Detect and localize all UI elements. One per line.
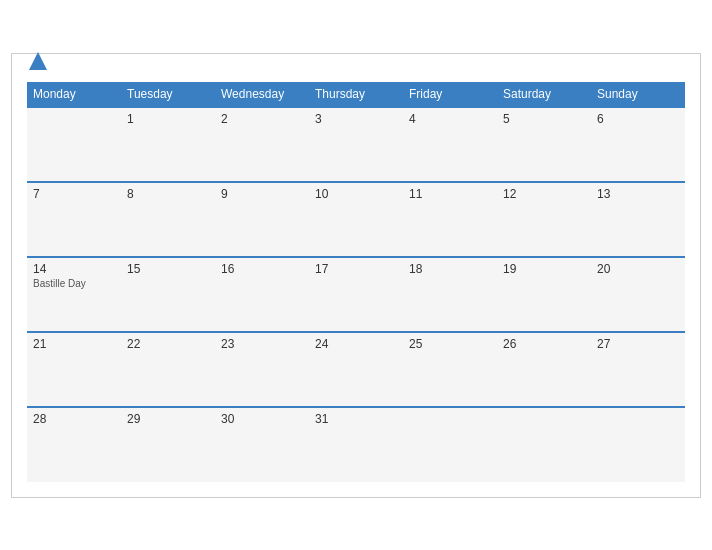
week-row-5: 28293031 — [27, 407, 685, 482]
day-number: 20 — [597, 262, 679, 276]
calendar-container: MondayTuesdayWednesdayThursdayFridaySatu… — [11, 53, 701, 498]
day-number: 23 — [221, 337, 303, 351]
calendar-cell — [403, 407, 497, 482]
calendar-cell: 25 — [403, 332, 497, 407]
day-number: 13 — [597, 187, 679, 201]
calendar-cell: 2 — [215, 107, 309, 182]
day-number: 18 — [409, 262, 491, 276]
calendar-cell — [591, 407, 685, 482]
day-number: 14 — [33, 262, 115, 276]
calendar-cell: 8 — [121, 182, 215, 257]
calendar-cell: 9 — [215, 182, 309, 257]
day-header-monday: Monday — [27, 82, 121, 107]
day-number: 19 — [503, 262, 585, 276]
calendar-cell: 22 — [121, 332, 215, 407]
day-number: 8 — [127, 187, 209, 201]
day-number: 16 — [221, 262, 303, 276]
calendar-grid: MondayTuesdayWednesdayThursdayFridaySatu… — [27, 82, 685, 482]
day-number: 5 — [503, 112, 585, 126]
day-header-sunday: Sunday — [591, 82, 685, 107]
week-row-1: 123456 — [27, 107, 685, 182]
day-number: 1 — [127, 112, 209, 126]
day-number: 7 — [33, 187, 115, 201]
day-number: 21 — [33, 337, 115, 351]
calendar-cell: 27 — [591, 332, 685, 407]
calendar-cell: 7 — [27, 182, 121, 257]
day-number: 27 — [597, 337, 679, 351]
day-number: 2 — [221, 112, 303, 126]
day-number: 31 — [315, 412, 397, 426]
day-number: 15 — [127, 262, 209, 276]
calendar-cell: 26 — [497, 332, 591, 407]
calendar-cell: 17 — [309, 257, 403, 332]
holiday-label: Bastille Day — [33, 278, 115, 289]
calendar-cell: 19 — [497, 257, 591, 332]
calendar-cell: 21 — [27, 332, 121, 407]
day-number: 30 — [221, 412, 303, 426]
day-header-wednesday: Wednesday — [215, 82, 309, 107]
logo-icon — [29, 52, 47, 70]
logo — [27, 64, 47, 70]
day-number: 6 — [597, 112, 679, 126]
day-number: 17 — [315, 262, 397, 276]
day-header-thursday: Thursday — [309, 82, 403, 107]
day-number: 11 — [409, 187, 491, 201]
day-header-saturday: Saturday — [497, 82, 591, 107]
calendar-cell: 31 — [309, 407, 403, 482]
svg-marker-0 — [29, 52, 47, 70]
calendar-cell: 12 — [497, 182, 591, 257]
day-number: 12 — [503, 187, 585, 201]
calendar-cell — [497, 407, 591, 482]
calendar-cell: 6 — [591, 107, 685, 182]
day-number: 9 — [221, 187, 303, 201]
calendar-cell: 15 — [121, 257, 215, 332]
day-number: 28 — [33, 412, 115, 426]
day-number: 26 — [503, 337, 585, 351]
calendar-cell: 18 — [403, 257, 497, 332]
days-header-row: MondayTuesdayWednesdayThursdayFridaySatu… — [27, 82, 685, 107]
day-header-friday: Friday — [403, 82, 497, 107]
calendar-cell: 28 — [27, 407, 121, 482]
calendar-cell: 16 — [215, 257, 309, 332]
day-number: 22 — [127, 337, 209, 351]
calendar-cell: 11 — [403, 182, 497, 257]
calendar-cell: 20 — [591, 257, 685, 332]
week-row-2: 78910111213 — [27, 182, 685, 257]
day-number: 24 — [315, 337, 397, 351]
day-number: 10 — [315, 187, 397, 201]
day-header-tuesday: Tuesday — [121, 82, 215, 107]
calendar-cell: 29 — [121, 407, 215, 482]
calendar-cell: 24 — [309, 332, 403, 407]
day-number: 25 — [409, 337, 491, 351]
calendar-cell: 30 — [215, 407, 309, 482]
calendar-cell: 3 — [309, 107, 403, 182]
calendar-header — [27, 64, 685, 70]
calendar-cell: 14Bastille Day — [27, 257, 121, 332]
calendar-cell: 23 — [215, 332, 309, 407]
calendar-cell — [27, 107, 121, 182]
calendar-cell: 5 — [497, 107, 591, 182]
day-number: 4 — [409, 112, 491, 126]
week-row-4: 21222324252627 — [27, 332, 685, 407]
calendar-cell: 1 — [121, 107, 215, 182]
calendar-cell: 13 — [591, 182, 685, 257]
day-number: 3 — [315, 112, 397, 126]
week-row-3: 14Bastille Day151617181920 — [27, 257, 685, 332]
calendar-cell: 4 — [403, 107, 497, 182]
calendar-cell: 10 — [309, 182, 403, 257]
day-number: 29 — [127, 412, 209, 426]
